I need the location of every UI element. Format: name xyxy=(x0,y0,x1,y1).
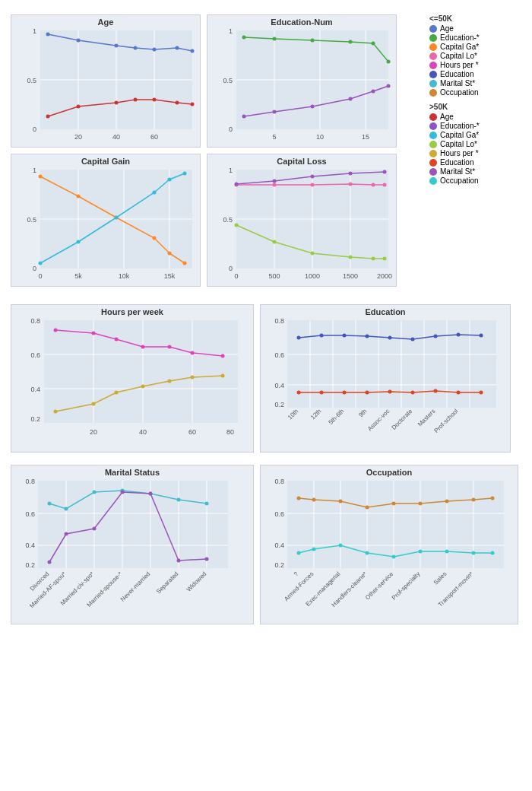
svg-point-97 xyxy=(235,183,239,186)
svg-point-92 xyxy=(273,240,277,244)
svg-text:Sales: Sales xyxy=(432,570,448,586)
svg-text:40: 40 xyxy=(139,428,147,436)
svg-point-227 xyxy=(491,497,495,500)
svg-point-86 xyxy=(273,183,277,187)
legend-dot xyxy=(429,150,437,157)
svg-point-38 xyxy=(311,39,315,43)
svg-point-145 xyxy=(297,336,301,340)
svg-text:60: 60 xyxy=(150,133,158,141)
svg-point-162 xyxy=(480,391,483,395)
svg-point-123 xyxy=(54,410,58,414)
legend-gt50k-edu: Education-* xyxy=(429,122,524,130)
svg-point-37 xyxy=(273,37,277,41)
svg-point-156 xyxy=(343,391,347,395)
legend-le50k-occ: Occupation xyxy=(429,88,524,97)
svg-point-221 xyxy=(339,500,343,504)
svg-point-220 xyxy=(312,498,316,502)
page: Age 1 0.5 0 20 xyxy=(0,0,532,791)
svg-point-235 xyxy=(472,551,476,555)
svg-point-150 xyxy=(411,338,415,341)
svg-text:0.5: 0.5 xyxy=(223,216,233,224)
svg-point-89 xyxy=(372,183,375,187)
svg-point-66 xyxy=(39,262,43,265)
hours-per-week-chart: Hours per week 0.8 0.6 0.4 0.2 20 40 60 … xyxy=(11,304,254,453)
education-num-chart: Education-Num 1 0.5 0 5 10 15 xyxy=(207,14,397,148)
svg-text:0.4: 0.4 xyxy=(25,542,35,549)
svg-rect-130 xyxy=(287,320,496,408)
svg-text:10th: 10th xyxy=(287,408,299,421)
legend-dot xyxy=(429,71,437,78)
svg-point-88 xyxy=(349,183,353,186)
legend-label: Occupation xyxy=(440,176,479,185)
svg-point-19 xyxy=(77,105,81,109)
occupation-title: Occupation xyxy=(261,465,518,477)
svg-point-232 xyxy=(392,555,396,559)
svg-point-11 xyxy=(46,33,50,37)
svg-point-16 xyxy=(176,46,179,50)
svg-text:20: 20 xyxy=(74,133,82,141)
svg-text:15: 15 xyxy=(362,133,369,141)
svg-text:5: 5 xyxy=(272,133,276,141)
legend-dot xyxy=(429,132,437,139)
legend-dot xyxy=(429,43,437,51)
top-left-charts: Age 1 0.5 0 20 xyxy=(8,11,426,290)
svg-point-99 xyxy=(311,175,315,179)
top-section: Age 1 0.5 0 20 xyxy=(8,11,524,290)
svg-point-101 xyxy=(383,170,387,174)
svg-text:1: 1 xyxy=(229,167,233,174)
svg-point-23 xyxy=(176,101,179,105)
svg-point-116 xyxy=(54,329,58,332)
svg-text:0.6: 0.6 xyxy=(274,510,284,518)
svg-text:10: 10 xyxy=(316,133,324,141)
svg-point-155 xyxy=(320,391,324,395)
svg-text:0.5: 0.5 xyxy=(27,216,36,224)
svg-point-230 xyxy=(339,544,343,548)
svg-point-158 xyxy=(388,390,392,394)
svg-point-71 xyxy=(183,172,187,176)
svg-text:1500: 1500 xyxy=(343,272,358,280)
svg-point-153 xyxy=(480,334,483,338)
svg-text:1000: 1000 xyxy=(305,272,320,280)
svg-point-17 xyxy=(191,49,195,53)
svg-point-43 xyxy=(273,110,277,114)
legend-gt50k-occ: Occupation xyxy=(429,176,524,185)
svg-text:0.8: 0.8 xyxy=(30,317,40,325)
education-title: Education xyxy=(261,305,510,316)
legend-gt50k-marital: Marital St* xyxy=(429,167,524,176)
legend-label: Marital St* xyxy=(440,79,475,87)
svg-point-190 xyxy=(205,502,209,506)
svg-text:Assoc-voc: Assoc-voc xyxy=(366,408,391,432)
legend-label: Age xyxy=(440,24,454,33)
legend-label: Marital St* xyxy=(440,167,475,176)
svg-point-15 xyxy=(153,48,157,52)
svg-text:0: 0 xyxy=(33,265,36,272)
svg-text:0.2: 0.2 xyxy=(274,401,284,408)
svg-point-161 xyxy=(457,391,461,395)
middle-row: Hours per week 0.8 0.6 0.4 0.2 20 40 60 … xyxy=(8,301,524,456)
svg-point-225 xyxy=(445,500,449,504)
age-chart-title: Age xyxy=(11,15,200,27)
svg-point-121 xyxy=(191,351,195,355)
legend-label: Education xyxy=(440,158,473,167)
svg-text:Doctorate: Doctorate xyxy=(391,408,414,431)
svg-point-236 xyxy=(491,551,495,555)
svg-text:Separated: Separated xyxy=(155,570,179,595)
svg-text:Never-married: Never-married xyxy=(119,570,152,603)
svg-point-149 xyxy=(388,336,392,340)
svg-point-119 xyxy=(141,345,145,349)
legend-label: Education-* xyxy=(440,33,480,42)
legend-le50k-title: <=50K xyxy=(429,14,524,23)
svg-point-42 xyxy=(242,115,246,119)
svg-point-127 xyxy=(168,380,172,383)
svg-text:1: 1 xyxy=(33,167,36,174)
svg-point-197 xyxy=(205,558,209,561)
svg-point-14 xyxy=(134,46,138,50)
svg-text:0.2: 0.2 xyxy=(30,415,40,423)
svg-point-147 xyxy=(343,334,347,338)
svg-point-193 xyxy=(93,527,97,531)
svg-point-154 xyxy=(297,391,301,395)
legend-dot xyxy=(429,62,437,69)
legend-gt50k-title: >50K xyxy=(429,103,524,111)
svg-text:500: 500 xyxy=(268,272,280,280)
legend-dot xyxy=(429,168,437,176)
